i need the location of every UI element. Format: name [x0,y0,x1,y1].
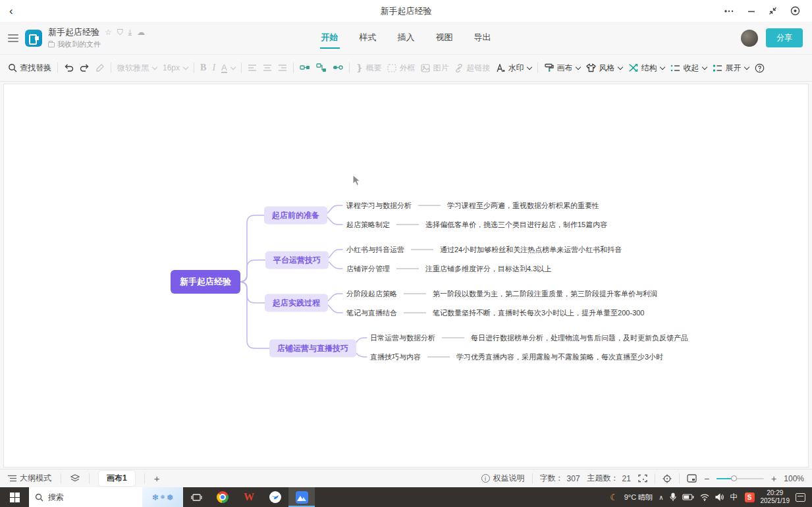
branch-node-3[interactable]: 起店实践过程 [265,294,328,312]
battery-icon[interactable] [682,494,694,500]
format-painter-button[interactable] [95,63,105,72]
volume-icon[interactable] [715,493,724,501]
dingtalk-app-icon[interactable] [262,487,288,507]
more-menu-button[interactable] [724,7,734,16]
subtopic-detail[interactable]: 通过24小时加够粉丝和关注热点榜单来运营小红书和抖音 [440,245,622,255]
sogou-input-icon[interactable]: S [745,493,755,502]
insert-topic-button[interactable] [300,63,310,72]
minimap-button[interactable] [687,474,697,483]
summary-button[interactable]: ❵概要 [356,63,382,74]
subtopic-detail[interactable]: 学习优秀直播内容，采用露脸与不露脸策略，每次直播至少3小时 [456,352,663,362]
wps-app-icon[interactable]: W [236,487,262,507]
subtopic-detail[interactable]: 笔记数量坚持不断，直播时长每次3小时以上，提升单量至200-300 [433,308,645,318]
italic-button[interactable]: I [212,63,215,73]
outline-mode-button[interactable]: 大纲模式 [8,473,51,484]
subtopic-label[interactable]: 小红书与抖音运营 [346,245,404,255]
user-avatar[interactable] [741,30,758,47]
expand-button[interactable]: 展开 [713,63,749,74]
subtopic-label[interactable]: 分阶段起店策略 [346,289,397,299]
watermark-button[interactable]: 水印 [496,63,531,74]
zoom-in-button[interactable]: + [771,473,776,484]
restore-button[interactable] [769,7,777,15]
font-family-select[interactable]: 微软雅黑 [117,63,157,74]
subtopic-label[interactable]: 店铺评分管理 [346,264,390,274]
mouse-cursor [352,174,362,186]
hyperlink-button[interactable]: 超链接 [454,63,490,74]
canvas-settings-button[interactable]: 画布 [544,63,580,74]
titlebar: ‹ 新手起店经验 [0,0,812,22]
subtopic-label[interactable]: 起店策略制定 [346,220,390,230]
subtopic-label[interactable]: 笔记与直播结合 [346,308,397,318]
subtopic-detail[interactable]: 注重店铺多维度评分，目标达到4.3以上 [425,264,551,274]
branch-node-2[interactable]: 平台运营技巧 [265,252,329,269]
hidden-icons-button[interactable]: ∧ [659,494,663,501]
chrome-app-icon[interactable] [209,487,236,507]
subtopic-detail[interactable]: 选择偏低客单价，挑选三个类目进行起店，制作15篇内容 [425,220,607,230]
find-replace-button[interactable]: 查找替换 [8,63,51,74]
zoom-out-button[interactable]: − [704,473,709,484]
wifi-icon[interactable] [700,494,709,501]
font-color-button[interactable]: A [221,63,235,73]
mindmap-canvas[interactable]: 新手起店经验 起店前的准备 平台运营技巧 起店实践过程 店铺运营与直播技巧 课程… [3,84,809,467]
tab-insert[interactable]: 插入 [396,28,416,49]
canvas-tab-1[interactable]: 画布1 [99,471,135,486]
search-input[interactable] [48,493,121,502]
locate-center-button[interactable] [663,474,672,483]
tab-style[interactable]: 样式 [358,28,378,49]
subtopic-label[interactable]: 直播技巧与内容 [370,352,421,362]
undo-button[interactable] [64,63,74,72]
branch-node-4[interactable]: 店铺运营与直播技巧 [269,340,356,358]
share-button[interactable]: 分享 [766,28,803,47]
subtopic-row: 课程学习与数据分析 学习课程至少两遍，重视数据分析积累的重要性 [346,201,599,211]
minimize-button[interactable] [747,7,755,15]
rights-info-button[interactable]: i 权益说明 [481,473,525,484]
align-center-button[interactable] [263,64,272,72]
app-window: ‹ 新手起店经验 新手起店经验 ☆ ⛉ ⤓ [0,0,812,507]
subtopic-label[interactable]: 课程学习与数据分析 [346,201,412,211]
subtopic-label[interactable]: 日常运营与数据分析 [370,333,435,343]
font-size-select[interactable]: 16px [163,63,188,72]
branch-node-1[interactable]: 起店前的准备 [264,207,327,225]
layers-button[interactable] [70,474,80,483]
start-button[interactable] [0,487,29,507]
taskbar-search[interactable] [29,487,142,507]
expand-icon [713,64,722,72]
tab-view[interactable]: 视图 [435,28,454,49]
image-button[interactable]: 图片 [421,63,448,74]
format-painter-icon [95,63,105,72]
frame-button[interactable]: 外框 [387,63,415,74]
insert-subtopic-button[interactable] [316,63,327,72]
align-left-button[interactable] [248,64,257,72]
help-button[interactable] [755,63,765,73]
collapse-button[interactable]: 收起 [670,63,707,74]
add-canvas-button[interactable]: + [154,473,160,484]
task-view-button[interactable] [183,487,209,507]
insert-parent-topic-button[interactable] [333,63,343,72]
fit-screen-button[interactable] [638,474,647,483]
subtopic-detail[interactable]: 第一阶段以数量为主，第二阶段注重质量，第三阶段提升客单价与利润 [433,289,657,299]
align-left-icon [248,64,257,72]
close-button[interactable] [790,6,800,16]
taskbar-clock[interactable]: 20:29 2025/1/19 [761,489,790,506]
bold-button[interactable]: B [200,63,206,73]
notification-center-icon[interactable] [796,493,805,502]
tab-export[interactable]: 导出 [473,28,493,49]
ime-indicator[interactable]: 中 [730,491,739,504]
align-right-button[interactable] [278,64,287,72]
style-button[interactable]: 风格 [586,63,622,74]
connector-line [442,338,464,338]
weather-widget[interactable]: ❄ ❄ ❅ [142,487,183,507]
tab-home[interactable]: 开始 [320,28,340,49]
weather-moon-icon[interactable]: ☾ [610,492,618,502]
help-icon [755,63,765,73]
tray-weather[interactable]: 9°C 晴朗 [624,493,653,502]
zoom-slider-knob[interactable] [731,475,737,481]
mindmap-app-icon[interactable] [288,487,315,507]
mindmap-root-node[interactable]: 新手起店经验 [171,270,240,294]
zoom-slider[interactable] [717,478,764,479]
microphone-icon[interactable] [670,493,676,502]
redo-button[interactable] [80,63,90,72]
structure-button[interactable]: 结构 [628,63,664,74]
subtopic-detail[interactable]: 学习课程至少两遍，重视数据分析积累的重要性 [447,201,599,211]
subtopic-detail[interactable]: 每日进行数据榜单分析，处理物流与售后问题，及时更新负反馈产品 [471,333,688,343]
